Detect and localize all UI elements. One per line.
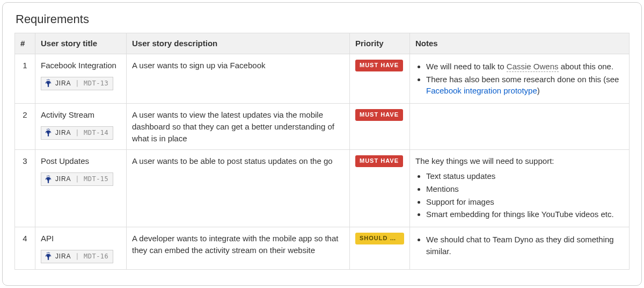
svg-point-7	[48, 175, 49, 176]
col-header-num: #	[15, 33, 35, 54]
priority-badge-must-have: MUST HAVE	[355, 109, 403, 121]
notes-cell: We should chat to Team Dyno as they did …	[410, 227, 630, 270]
jira-ticket-pill[interactable]: JIRA | MDT-14	[41, 126, 113, 140]
svg-point-2	[49, 80, 50, 81]
separator: |	[75, 175, 79, 184]
jira-label: JIRA	[55, 128, 71, 138]
jira-ticket-pill[interactable]: JIRA | MDT-15	[41, 172, 113, 186]
priority-cell: SHOULD HA...	[350, 227, 410, 270]
ticket-id: MDT-15	[84, 175, 108, 184]
notes-intro: The key things we will need to support:	[415, 155, 624, 167]
note-item: Support for images	[426, 196, 624, 208]
story-title-cell: API JIRA | M	[35, 227, 127, 270]
row-number: 3	[15, 150, 35, 227]
priority-cell: MUST HAVE	[350, 150, 410, 227]
svg-point-1	[48, 80, 49, 81]
story-title: Activity Stream	[41, 109, 121, 121]
jira-label: JIRA	[55, 175, 71, 184]
svg-point-11	[49, 253, 50, 254]
table-row: 1 Facebook Integration	[15, 54, 630, 103]
col-header-title: User story title	[35, 33, 127, 54]
story-title-cell: Post Updates JIRA |	[35, 150, 127, 227]
svg-point-9	[47, 253, 48, 254]
table-header-row: # User story title User story descriptio…	[15, 33, 630, 54]
story-title: Facebook Integration	[41, 60, 121, 71]
col-header-priority: Priority	[350, 33, 410, 54]
jira-ticket-pill[interactable]: JIRA | MDT-16	[41, 250, 113, 263]
svg-point-6	[47, 176, 48, 177]
story-description: A developer wants to integrate with the …	[127, 227, 350, 270]
svg-point-0	[47, 80, 48, 81]
separator: |	[75, 128, 79, 138]
section-title: Requirements	[16, 12, 630, 26]
story-title: API	[41, 233, 121, 244]
priority-badge-should-have: SHOULD HA...	[355, 233, 404, 244]
jira-icon	[45, 252, 52, 261]
row-number: 1	[15, 54, 35, 103]
row-number: 2	[15, 104, 35, 150]
table-row: 2 Activity Stream	[15, 104, 630, 150]
note-item: Smart embedding for things like YouTube …	[426, 208, 624, 220]
separator: |	[75, 79, 79, 88]
table-row: 3 Post Updates JI	[15, 150, 630, 227]
notes-link[interactable]: Facebook integration prototype	[426, 86, 537, 95]
jira-icon	[45, 128, 52, 137]
svg-point-10	[48, 253, 49, 254]
priority-cell: MUST HAVE	[350, 54, 410, 103]
note-item: We should chat to Team Dyno as they did …	[426, 234, 624, 257]
svg-point-4	[48, 129, 49, 130]
ticket-id: MDT-14	[84, 128, 108, 138]
priority-badge-must-have: MUST HAVE	[355, 60, 403, 71]
separator: |	[75, 252, 79, 261]
story-title: Post Updates	[41, 155, 121, 167]
priority-cell: MUST HAVE	[350, 104, 410, 150]
svg-point-3	[47, 129, 48, 130]
priority-badge-must-have: MUST HAVE	[355, 155, 403, 167]
story-description: A user wants to be able to post status u…	[127, 150, 350, 227]
note-item: There has also been some research done o…	[426, 74, 624, 97]
row-number: 4	[15, 227, 35, 270]
jira-icon	[45, 79, 52, 88]
ticket-id: MDT-13	[84, 79, 108, 88]
jira-label: JIRA	[55, 252, 71, 261]
story-title-cell: Facebook Integration JIRA	[35, 54, 127, 103]
col-header-description: User story description	[127, 33, 350, 54]
notes-cell: The key things we will need to support: …	[410, 150, 630, 227]
story-description: A user wants to sign up via Facebook	[127, 54, 350, 103]
jira-label: JIRA	[55, 79, 71, 88]
ticket-id: MDT-16	[84, 252, 108, 261]
requirements-table: # User story title User story descriptio…	[14, 33, 630, 270]
jira-ticket-pill[interactable]: JIRA | MDT-13	[41, 77, 113, 90]
story-title-cell: Activity Stream JIRA |	[35, 104, 127, 150]
col-header-notes: Notes	[410, 33, 630, 54]
story-description: A user wants to view the latest updates …	[127, 104, 350, 150]
svg-point-5	[49, 129, 50, 130]
table-row: 4 API JIRA	[15, 227, 630, 270]
notes-cell: We will need to talk to Cassie Owens abo…	[410, 54, 630, 103]
requirements-panel: Requirements # User story title User sto…	[2, 2, 642, 286]
note-item: Text status updates	[426, 170, 624, 182]
note-item: Mentions	[426, 183, 624, 195]
user-mention[interactable]: Cassie Owens	[507, 62, 559, 72]
svg-point-8	[49, 176, 50, 177]
notes-cell	[410, 104, 630, 150]
note-item: We will need to talk to Cassie Owens abo…	[426, 61, 624, 73]
jira-icon	[45, 175, 52, 184]
